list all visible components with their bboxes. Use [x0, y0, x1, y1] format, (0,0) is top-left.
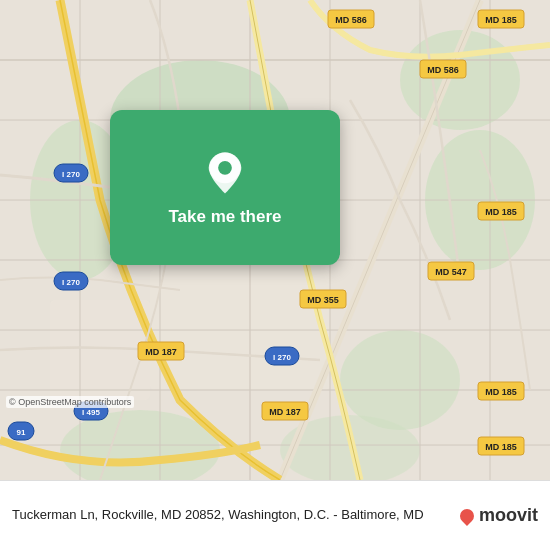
- svg-text:MD 185: MD 185: [485, 387, 517, 397]
- svg-text:MD 187: MD 187: [145, 347, 177, 357]
- svg-text:MD 185: MD 185: [485, 442, 517, 452]
- location-pin-icon: [201, 149, 249, 197]
- take-me-label: Take me there: [168, 207, 281, 227]
- address-text: Tuckerman Ln, Rockville, MD 20852, Washi…: [12, 506, 460, 524]
- svg-rect-9: [50, 300, 150, 400]
- map-attribution: © OpenStreetMap contributors: [6, 396, 134, 408]
- svg-text:MD 355: MD 355: [307, 295, 339, 305]
- svg-point-58: [218, 161, 232, 175]
- svg-text:MD 185: MD 185: [485, 207, 517, 217]
- moovit-dot-icon: [457, 506, 477, 526]
- take-me-button[interactable]: Take me there: [110, 110, 340, 265]
- svg-text:I 270: I 270: [273, 353, 291, 362]
- svg-text:I 495: I 495: [82, 408, 100, 417]
- svg-text:MD 187: MD 187: [269, 407, 301, 417]
- svg-text:MD 547: MD 547: [435, 267, 467, 277]
- info-bar: Tuckerman Ln, Rockville, MD 20852, Washi…: [0, 480, 550, 550]
- svg-text:MD 185: MD 185: [485, 15, 517, 25]
- svg-text:MD 586: MD 586: [427, 65, 459, 75]
- moovit-text: moovit: [479, 505, 538, 526]
- svg-text:I 270: I 270: [62, 278, 80, 287]
- map-container: MD 586 MD 185 MD 586 I 270 I 270 MD 355 …: [0, 0, 550, 480]
- svg-point-5: [340, 330, 460, 430]
- svg-text:I 270: I 270: [62, 170, 80, 179]
- svg-text:MD 586: MD 586: [335, 15, 367, 25]
- moovit-logo: moovit: [460, 505, 538, 526]
- svg-text:91: 91: [17, 428, 26, 437]
